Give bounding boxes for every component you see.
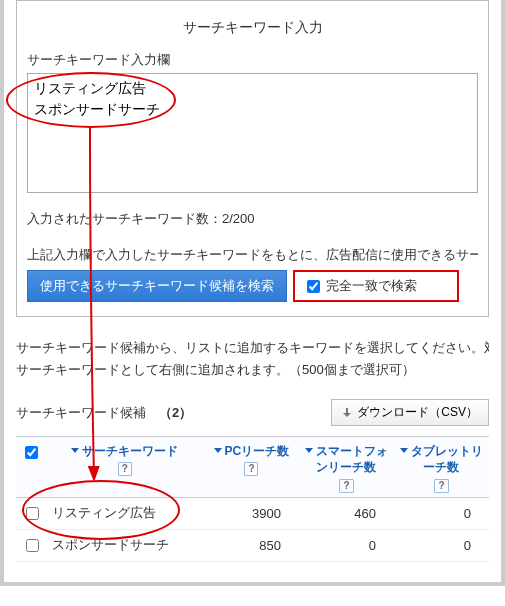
exact-match-checkbox[interactable] [307, 280, 320, 293]
candidates-table: サーチキーワード ? PCリーチ数 ? スマートフォンリーチ数 ? タブレットリ… [16, 436, 489, 562]
sort-arrow-icon [214, 448, 222, 453]
sort-arrow-icon [305, 448, 313, 453]
download-icon [342, 408, 352, 418]
col-sp-reach[interactable]: スマートフォンリーチ数 ? [299, 437, 394, 498]
cell-sp: 0 [299, 529, 394, 561]
cell-sp: 460 [299, 497, 394, 529]
candidates-description: サーチキーワード候補から、リストに追加するキーワードを選択してください。対象 サ… [16, 337, 489, 381]
exact-match-label: 完全一致で検索 [326, 277, 417, 295]
keyword-count: 入力されたサーチキーワード数：2/200 [27, 210, 478, 228]
input-label: サーチキーワード入力欄 [27, 51, 478, 69]
cell-tablet: 0 [394, 529, 489, 561]
cell-pc: 850 [204, 529, 299, 561]
help-icon[interactable]: ? [339, 479, 353, 493]
help-icon[interactable]: ? [118, 462, 132, 476]
candidates-count-label: サーチキーワード候補 （2） [16, 404, 192, 422]
col-tablet-reach[interactable]: タブレットリーチ数 ? [394, 437, 489, 498]
cell-keyword: スポンサードサーチ [46, 529, 204, 561]
cell-pc: 3900 [204, 497, 299, 529]
row-checkbox[interactable] [26, 539, 39, 552]
sort-arrow-icon [71, 448, 79, 453]
exact-match-box[interactable]: 完全一致で検索 [293, 270, 459, 302]
search-candidates-button[interactable]: 使用できるサーチキーワード候補を検索 [27, 270, 287, 302]
panel-title: サーチキーワード入力 [27, 9, 478, 51]
cell-tablet: 0 [394, 497, 489, 529]
keyword-input-panel: サーチキーワード入力 サーチキーワード入力欄 入力されたサーチキーワード数：2/… [16, 0, 489, 317]
table-row[interactable]: スポンサードサーチ 850 0 0 [16, 529, 489, 561]
help-icon[interactable]: ? [244, 462, 258, 476]
table-row[interactable]: リスティング広告 3900 460 0 [16, 497, 489, 529]
col-pc-reach[interactable]: PCリーチ数 ? [204, 437, 299, 498]
keyword-textarea[interactable] [27, 73, 478, 193]
help-icon[interactable]: ? [434, 479, 448, 493]
select-all-checkbox[interactable] [25, 446, 38, 459]
sort-arrow-icon [400, 448, 408, 453]
cell-keyword: リスティング広告 [46, 497, 204, 529]
instruction-text: 上記入力欄で入力したサーチキーワードをもとに、広告配信に使用できるサーチキー [27, 246, 478, 264]
col-keyword[interactable]: サーチキーワード ? [46, 437, 204, 498]
download-csv-button[interactable]: ダウンロード（CSV） [331, 399, 489, 426]
row-checkbox[interactable] [26, 507, 39, 520]
